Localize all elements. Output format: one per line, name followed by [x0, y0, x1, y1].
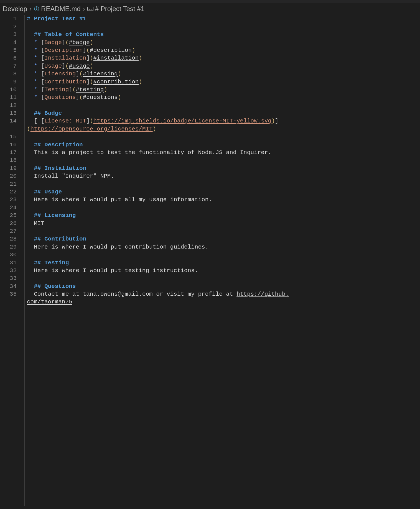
- line-number: 16: [0, 141, 17, 149]
- code-line[interactable]: * [Questions](#questions): [27, 94, 420, 101]
- code-line[interactable]: MIT: [27, 220, 420, 227]
- code-line[interactable]: Here is where I would put contribution g…: [27, 243, 420, 251]
- code-line[interactable]: # Project Test #1: [27, 15, 420, 23]
- code-line[interactable]: [27, 204, 420, 212]
- line-number: 2: [0, 23, 17, 31]
- line-number: 14: [0, 117, 17, 133]
- code-line[interactable]: [27, 133, 420, 141]
- line-number: 25: [0, 212, 17, 219]
- code-line[interactable]: ## Badge: [27, 109, 420, 117]
- line-number: 12: [0, 102, 17, 109]
- line-number: 9: [0, 78, 17, 86]
- code-line[interactable]: Install "Inquirer" NPM.: [27, 172, 420, 180]
- code-line[interactable]: * [Badge](#badge): [27, 39, 420, 47]
- svg-rect-2: [36, 9, 37, 10]
- info-icon: [34, 6, 39, 12]
- code-line[interactable]: * [Contribution](#contribution): [27, 78, 420, 86]
- code-line[interactable]: Here is where I would put all my usage i…: [27, 196, 420, 204]
- code-line[interactable]: ## Usage: [27, 188, 420, 196]
- breadcrumb-file[interactable]: README.md: [41, 4, 81, 13]
- line-number: 15: [0, 133, 17, 141]
- breadcrumb-folder[interactable]: Develop: [3, 4, 27, 13]
- code-line[interactable]: This is a project to test the functional…: [27, 149, 420, 157]
- svg-text:abc: abc: [88, 8, 92, 11]
- breadcrumb[interactable]: Develop › README.md › abc # Project Test…: [0, 3, 420, 15]
- code-line[interactable]: [27, 227, 420, 235]
- code-line[interactable]: * [Usage](#usage): [27, 62, 420, 70]
- line-number: 27: [0, 227, 17, 235]
- code-line[interactable]: * [Testing](#testing): [27, 86, 420, 94]
- line-number: 7: [0, 62, 17, 70]
- code-line[interactable]: * [Description](#description): [27, 47, 420, 54]
- code-line[interactable]: [27, 157, 420, 164]
- tab-bar[interactable]: [0, 0, 420, 3]
- line-number: 6: [0, 54, 17, 62]
- line-number: 17: [0, 149, 17, 157]
- code-line[interactable]: * [Installation](#installation): [27, 54, 420, 62]
- line-number: 33: [0, 275, 17, 282]
- line-number: 18: [0, 157, 17, 164]
- line-number: 26: [0, 220, 17, 227]
- line-number: 1: [0, 15, 17, 23]
- code-line[interactable]: ## Questions: [27, 283, 420, 290]
- code-line[interactable]: ## Installation: [27, 165, 420, 172]
- code-line[interactable]: ## Contribution: [27, 235, 420, 243]
- line-number: 28: [0, 235, 17, 243]
- line-number: 10: [0, 86, 17, 94]
- line-number: 5: [0, 47, 17, 54]
- code-line[interactable]: ## Licensing: [27, 212, 420, 219]
- svg-point-1: [36, 7, 37, 8]
- line-number: 11: [0, 94, 17, 101]
- breadcrumb-symbol[interactable]: # Project Test #1: [95, 4, 144, 13]
- code-area[interactable]: # Project Test #1 ## Table of Contents *…: [24, 15, 420, 506]
- code-line[interactable]: Contact me at tana.owens@gmail.com or vi…: [27, 290, 420, 306]
- line-number: 8: [0, 70, 17, 78]
- editor[interactable]: 1234567891011121314151617181920212223242…: [0, 15, 420, 506]
- chevron-right-icon: ›: [29, 4, 32, 13]
- line-number: 21: [0, 180, 17, 188]
- line-number: 24: [0, 204, 17, 212]
- abc-icon: abc: [87, 7, 93, 11]
- line-number: 23: [0, 196, 17, 204]
- code-line[interactable]: [27, 102, 420, 109]
- line-number: 32: [0, 267, 17, 275]
- line-number: 19: [0, 165, 17, 172]
- line-number: 13: [0, 109, 17, 117]
- code-line[interactable]: [![License: MIT](https://img.shields.io/…: [27, 117, 420, 133]
- code-line[interactable]: ## Table of Contents: [27, 31, 420, 39]
- line-number: 34: [0, 283, 17, 290]
- line-number: 29: [0, 243, 17, 251]
- code-line[interactable]: Here is where I would put testing instru…: [27, 267, 420, 275]
- line-number: 3: [0, 31, 17, 39]
- line-number: 22: [0, 188, 17, 196]
- code-line[interactable]: * [Licensing](#licensing): [27, 70, 420, 78]
- code-line[interactable]: [27, 180, 420, 188]
- line-number: 30: [0, 251, 17, 259]
- code-line[interactable]: [27, 23, 420, 31]
- line-number: 35: [0, 290, 17, 306]
- line-number-gutter: 1234567891011121314151617181920212223242…: [0, 15, 24, 506]
- code-line[interactable]: [27, 251, 420, 259]
- code-line[interactable]: [27, 275, 420, 282]
- line-number: 20: [0, 172, 17, 180]
- code-line[interactable]: ## Description: [27, 141, 420, 149]
- chevron-right-icon: ›: [83, 4, 85, 13]
- line-number: 31: [0, 259, 17, 267]
- line-number: 4: [0, 39, 17, 47]
- code-line[interactable]: ## Testing: [27, 259, 420, 267]
